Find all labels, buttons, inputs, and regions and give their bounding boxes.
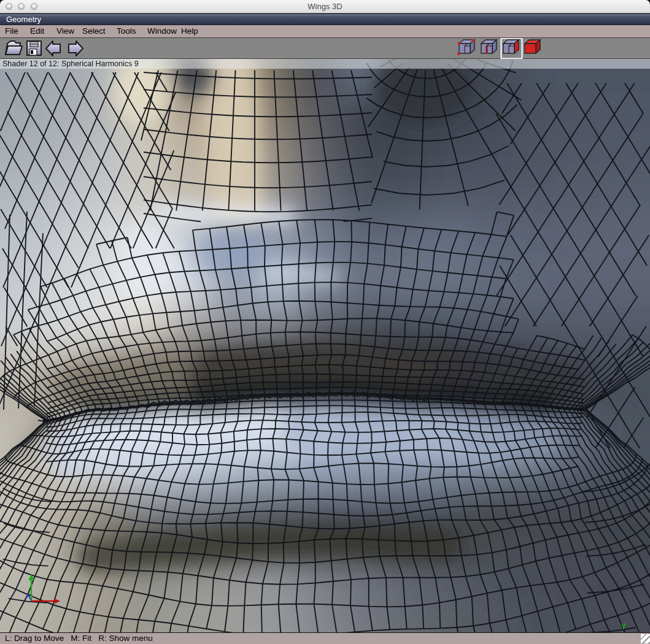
svg-text:Y: Y: [621, 623, 626, 632]
svg-text:Shader 12 of 12: Spherical Har: Shader 12 of 12: Spherical Harmonics 9: [2, 59, 139, 68]
